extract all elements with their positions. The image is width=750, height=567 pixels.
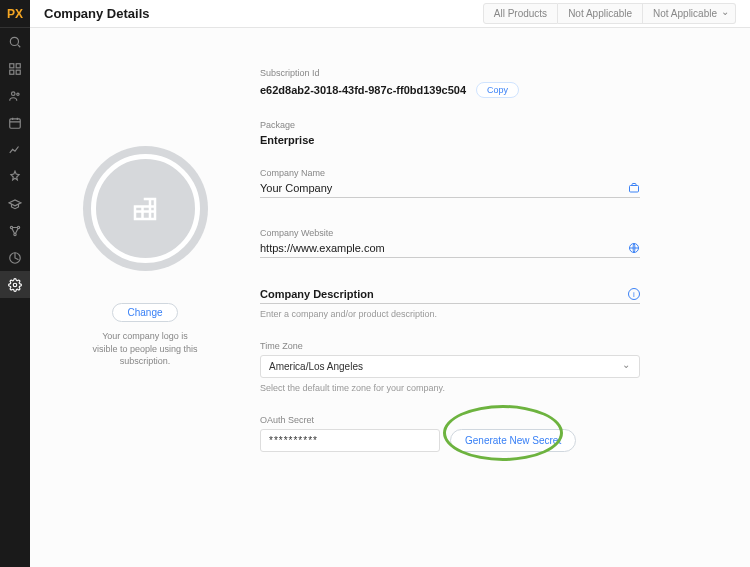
company-website-input[interactable] <box>260 242 628 254</box>
settings-icon[interactable] <box>0 271 30 298</box>
filter-products[interactable]: All Products <box>483 3 558 24</box>
svg-rect-2 <box>16 63 20 67</box>
education-icon[interactable] <box>0 190 30 217</box>
svg-point-6 <box>17 93 19 95</box>
svg-rect-13 <box>630 186 639 193</box>
workflow-icon[interactable] <box>0 217 30 244</box>
dashboard-icon[interactable] <box>0 55 30 82</box>
users-icon[interactable] <box>0 82 30 109</box>
svg-point-9 <box>17 226 19 228</box>
package-label: Package <box>260 120 640 130</box>
page-title: Company Details <box>44 6 149 21</box>
company-name-input[interactable] <box>260 182 628 194</box>
company-description-label: Company Description <box>260 288 374 300</box>
oauth-secret-input[interactable] <box>260 429 440 452</box>
filter-na-1[interactable]: Not Applicable <box>558 3 643 24</box>
timezone-label: Time Zone <box>260 341 640 351</box>
svg-point-0 <box>10 37 18 45</box>
oauth-label: OAuth Secret <box>260 415 640 425</box>
svg-point-10 <box>14 233 16 235</box>
subscription-id-value: e62d8ab2-3018-43fd-987c-ff0bd139c504 <box>260 84 466 96</box>
svg-point-8 <box>10 226 12 228</box>
company-website-label: Company Website <box>260 228 640 238</box>
svg-point-5 <box>12 91 16 95</box>
engagement-icon[interactable] <box>0 163 30 190</box>
sidebar: PX <box>0 0 30 567</box>
svg-rect-3 <box>10 70 14 74</box>
company-logo-placeholder <box>83 146 208 271</box>
briefcase-icon <box>628 182 640 194</box>
company-name-label: Company Name <box>260 168 640 178</box>
svg-rect-4 <box>16 70 20 74</box>
subscription-id-label: Subscription Id <box>260 68 640 78</box>
svg-rect-7 <box>10 118 21 127</box>
analytics-icon[interactable] <box>0 136 30 163</box>
reports-icon[interactable] <box>0 244 30 271</box>
change-logo-button[interactable]: Change <box>112 303 177 322</box>
building-icon <box>130 194 160 224</box>
svg-point-12 <box>13 283 17 287</box>
copy-button[interactable]: Copy <box>476 82 519 98</box>
app-logo: PX <box>0 0 30 28</box>
header: Company Details All Products Not Applica… <box>30 0 750 28</box>
generate-secret-button[interactable]: Generate New Secret <box>450 429 576 452</box>
timezone-select[interactable]: America/Los Angeles <box>260 355 640 378</box>
filter-na-2[interactable]: Not Applicable <box>643 3 736 24</box>
globe-icon <box>628 242 640 254</box>
logo-caption: Your company logo is visible to people u… <box>90 330 200 368</box>
calendar-icon[interactable] <box>0 109 30 136</box>
info-icon[interactable]: i <box>628 288 640 300</box>
package-value: Enterprise <box>260 134 640 146</box>
svg-rect-1 <box>10 63 14 67</box>
description-placeholder: Enter a company and/or product descripti… <box>260 309 640 319</box>
search-icon[interactable] <box>0 28 30 55</box>
timezone-helper: Select the default time zone for your co… <box>260 383 640 393</box>
